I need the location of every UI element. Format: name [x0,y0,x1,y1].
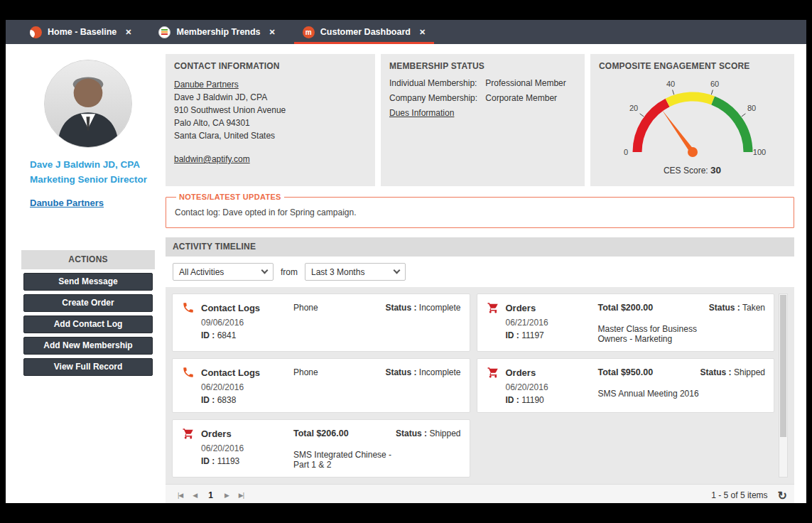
ces-gauge: 0 20 40 60 80 100 [614,78,772,163]
chevron-down-icon [394,267,401,274]
card-description: SMS Integrated Chinese - Part 1 & 2 [293,450,396,470]
address-line: Palo Alto, CA 94301 [174,117,367,129]
card-total: Total $950.00 [598,367,700,377]
card-date: 09/06/2016 [201,318,293,328]
card-title: Contact Logs [201,303,260,313]
activity-card-order[interactable]: Orders 06/21/2016 ID : 11197 Total $200.… [477,293,775,352]
address-line: Santa Clara, United States [174,129,367,142]
contact-log-icon [181,301,195,314]
avatar [44,60,132,148]
contact-information-panel: CONTACT INFORMATION Danube Partners Dave… [166,54,375,186]
activity-type-dropdown[interactable]: All Activities [173,263,274,281]
pager-next-icon[interactable]: ▶ [220,492,234,499]
card-total: Total $206.00 [293,428,396,438]
card-id-value: 11193 [217,456,240,466]
tab-label: Customer Dashboard [320,27,411,37]
add-contact-log-button[interactable]: Add Contact Log [23,316,153,333]
timeline-header: ACTIVITY TIMELINE [166,237,794,257]
status-value: Shipped [429,428,460,438]
id-label: ID : [201,456,215,466]
tab-close-icon[interactable]: ✕ [419,28,426,37]
status-label: Status : [396,428,427,438]
membership-value: Professional Member [485,78,565,88]
tab-membership-trends[interactable]: Membership Trends ✕ [150,20,283,44]
profile-name: Dave J Baldwin JD, CPA [21,158,155,173]
tab-home-baseline[interactable]: Home - Baseline ✕ [21,20,140,44]
gauge-segment-green [713,101,747,153]
tab-label: Membership Trends [176,27,260,37]
home-tab-icon [30,26,42,38]
id-label: ID : [506,330,519,340]
profile-sidebar: Dave J Baldwin JD, CPA Marketing Senior … [21,54,155,503]
tab-close-icon[interactable]: ✕ [125,28,131,37]
add-new-membership-button[interactable]: Add New Membership [23,337,153,355]
pager-prev-icon[interactable]: ◀ [188,492,202,499]
profile-company-link[interactable]: Danube Partners [30,198,104,208]
orders-cart-icon [486,366,500,379]
card-id-value: 11197 [521,330,544,340]
pager-first-icon[interactable]: |◀ [173,492,188,499]
pager-last-icon[interactable]: ▶| [234,492,249,499]
dashboard-content: Dave J Baldwin JD, CPA Marketing Senior … [6,44,806,503]
membership-label: Individual Membership: [389,78,483,88]
status-value: Shipped [734,367,765,377]
ces-score: CES Score: 30 [599,165,786,176]
address-line: 910 Southwest Union Avenue [174,104,367,117]
card-title: Contact Logs [201,367,260,378]
orders-cart-icon [181,427,195,440]
card-detail: Phone [293,301,385,344]
card-total: Total $200.00 [598,303,709,313]
notes-text: Contact log: Dave opted in for Spring ca… [175,207,785,217]
notes-box: NOTES/LATEST UPDATES Contact log: Dave o… [166,193,794,228]
panel-title: MEMBERSHIP STATUS [389,61,576,71]
create-order-button[interactable]: Create Order [23,294,153,312]
orders-cart-icon [486,301,500,314]
company-link[interactable]: Danube Partners [174,80,239,90]
date-range-dropdown[interactable]: Last 3 Months [305,263,406,281]
trends-tab-icon [158,26,170,38]
svg-text:80: 80 [747,104,755,112]
notes-legend: NOTES/LATEST UPDATES [176,193,284,201]
pager-summary: 1 - 5 of 5 items [711,490,767,500]
activity-card-contact-log[interactable]: Contact Logs 09/06/2016 ID : 6841 Phone … [172,293,470,352]
ces-score-value: 30 [710,165,721,176]
membership-value: Corporate Member [485,93,557,103]
dues-information-link[interactable]: Dues Information [389,108,454,118]
tab-close-icon[interactable]: ✕ [269,28,276,37]
id-label: ID : [201,395,215,405]
pager-page-number[interactable]: 1 [202,490,220,500]
main-column: CONTACT INFORMATION Danube Partners Dave… [166,54,794,503]
email-link[interactable]: baldwin@aptify.com [174,154,250,164]
app-window: Home - Baseline ✕ Membership Trends ✕ m … [6,20,806,503]
card-title: Orders [506,303,536,313]
card-date: 06/20/2016 [201,382,293,392]
view-full-record-button[interactable]: View Full Record [23,358,153,376]
panel-title: CONTACT INFORMATION [174,61,367,71]
status-label: Status : [700,367,732,377]
activity-card-contact-log[interactable]: Contact Logs 06/20/2016 ID : 6838 Phone … [172,358,470,413]
ces-score-label: CES Score: [664,166,708,176]
refresh-icon[interactable]: ↻ [778,489,787,502]
send-message-button[interactable]: Send Message [23,273,153,291]
scrollbar-thumb[interactable] [780,295,786,437]
activity-card-order[interactable]: Orders 06/20/2016 ID : 11190 Total $950.… [477,358,775,413]
actions-header: ACTIONS [21,250,155,269]
dropdown-value: Last 3 Months [311,267,364,277]
status-value: Taken [742,303,765,313]
card-date: 06/20/2016 [506,382,598,392]
card-id-value: 6838 [217,395,237,405]
gauge-segment-yellow [667,97,713,102]
activity-card-order[interactable]: Orders 06/20/2016 ID : 11193 Total $206.… [172,419,470,478]
avatar-photo [45,60,131,147]
status-value: Incomplete [419,367,461,377]
card-date: 06/21/2016 [506,318,598,328]
tab-bar: Home - Baseline ✕ Membership Trends ✕ m … [6,20,806,44]
from-label: from [281,267,298,277]
vertical-scrollbar[interactable] [779,293,788,478]
contact-name: Dave J Baldwin JD, CPA [174,91,367,104]
svg-text:40: 40 [666,80,674,88]
tab-customer-dashboard[interactable]: m Customer Dashboard ✕ [294,20,434,44]
id-label: ID : [201,330,215,340]
dropdown-value: All Activities [179,267,224,277]
card-date: 06/20/2016 [201,443,293,453]
